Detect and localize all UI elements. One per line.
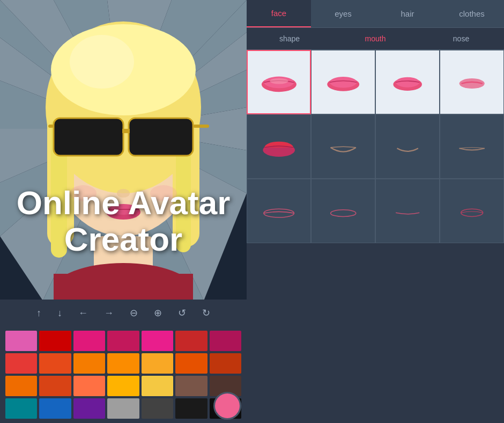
mouth-option-8[interactable] xyxy=(247,179,311,243)
mouth-options-grid xyxy=(247,50,504,243)
mouth-option-3[interactable] xyxy=(440,50,504,114)
svg-point-42 xyxy=(150,185,177,201)
right-panel: face eyes hair clothes shape mouth nose … xyxy=(247,0,504,423)
color-swatch[interactable] xyxy=(39,376,71,396)
color-grid-row3 xyxy=(5,376,241,396)
color-grid xyxy=(5,331,241,351)
svg-point-45 xyxy=(270,78,288,84)
toolbar-undo-btn[interactable]: ↺ xyxy=(175,305,189,321)
color-swatch[interactable] xyxy=(5,376,37,396)
svg-point-47 xyxy=(330,77,357,87)
svg-point-54 xyxy=(264,209,294,217)
color-swatch[interactable] xyxy=(142,398,173,419)
color-swatch[interactable] xyxy=(39,398,71,419)
toolbar-left-btn[interactable]: ← xyxy=(75,305,91,321)
avatar-container: Online Avatar Creator xyxy=(0,0,247,301)
toolbar-up-btn[interactable]: ↑ xyxy=(33,305,45,321)
svg-rect-53 xyxy=(265,148,292,154)
color-swatch[interactable] xyxy=(175,398,207,419)
toolbar-zoom-in-btn[interactable]: ⊕ xyxy=(151,305,165,321)
color-palette xyxy=(0,326,247,423)
svg-point-37 xyxy=(117,189,130,198)
color-grid-row4 xyxy=(5,398,241,419)
mouth-option-9[interactable] xyxy=(311,179,375,243)
color-swatch[interactable] xyxy=(73,331,105,351)
color-swatch[interactable] xyxy=(142,331,173,351)
svg-rect-31 xyxy=(129,118,193,156)
color-grid-row2 xyxy=(5,353,241,374)
mouth-option-1[interactable] xyxy=(311,50,375,114)
color-swatch[interactable] xyxy=(39,331,71,351)
subtab-nose[interactable]: nose xyxy=(418,28,504,49)
subtab-shape[interactable]: shape xyxy=(247,28,332,49)
color-swatch[interactable] xyxy=(107,353,139,374)
color-swatch[interactable] xyxy=(5,398,37,419)
mouth-option-2[interactable] xyxy=(375,50,440,114)
color-swatch[interactable] xyxy=(73,398,105,419)
mouth-option-0[interactable] xyxy=(247,50,311,114)
toolbar-down-btn[interactable]: ↓ xyxy=(54,305,65,321)
sub-tabs: shape mouth nose xyxy=(247,28,504,50)
tab-hair[interactable]: hair xyxy=(375,0,440,27)
color-swatch[interactable] xyxy=(175,353,207,374)
mouth-option-10[interactable] xyxy=(375,179,440,243)
color-swatch[interactable] xyxy=(142,353,173,374)
color-swatch[interactable] xyxy=(175,376,207,396)
toolbar-redo-btn[interactable]: ↻ xyxy=(199,305,213,321)
bottom-right-controls: ↑ ↓ ← → ⊖ ⊕ random reset save share Grav… xyxy=(493,322,504,390)
avatar-preview-panel: Online Avatar Creator xyxy=(0,0,247,301)
color-swatch[interactable] xyxy=(175,331,207,351)
category-tabs: face eyes hair clothes xyxy=(247,0,504,28)
tab-face[interactable]: face xyxy=(247,0,311,27)
color-swatch[interactable] xyxy=(39,353,71,374)
svg-point-55 xyxy=(330,210,355,217)
svg-rect-33 xyxy=(193,125,209,128)
toolbar-zoom-out-btn[interactable]: ⊖ xyxy=(127,305,141,321)
bottom-toolbar: ↑ ↓ ← → ⊖ ⊕ ↺ ↻ xyxy=(0,300,247,326)
tab-eyes[interactable]: eyes xyxy=(311,0,375,27)
svg-point-56 xyxy=(461,209,483,216)
svg-point-29 xyxy=(70,35,134,89)
svg-rect-21 xyxy=(54,274,193,301)
toolbar-right-btn[interactable]: → xyxy=(101,305,117,321)
subtab-mouth[interactable]: mouth xyxy=(332,28,418,49)
mouth-option-7[interactable] xyxy=(440,114,504,179)
color-swatch[interactable] xyxy=(107,376,139,396)
color-swatch[interactable] xyxy=(142,376,173,396)
mouth-option-6[interactable] xyxy=(375,114,440,179)
color-swatch[interactable] xyxy=(107,398,139,419)
color-swatch[interactable] xyxy=(107,331,139,351)
selected-color-swatch[interactable] xyxy=(213,392,241,420)
mouth-option-4[interactable] xyxy=(247,114,311,179)
color-swatch[interactable] xyxy=(210,353,241,374)
svg-point-49 xyxy=(396,77,419,87)
svg-rect-30 xyxy=(54,118,123,156)
mouth-option-11[interactable] xyxy=(440,179,504,243)
color-swatch[interactable] xyxy=(5,353,37,374)
color-swatch[interactable] xyxy=(210,331,241,351)
svg-point-41 xyxy=(70,185,97,201)
color-swatch[interactable] xyxy=(5,331,37,351)
mouth-option-5[interactable] xyxy=(311,114,375,179)
color-swatch[interactable] xyxy=(73,376,105,396)
tab-clothes[interactable]: clothes xyxy=(440,0,504,27)
color-swatch[interactable] xyxy=(73,353,105,374)
